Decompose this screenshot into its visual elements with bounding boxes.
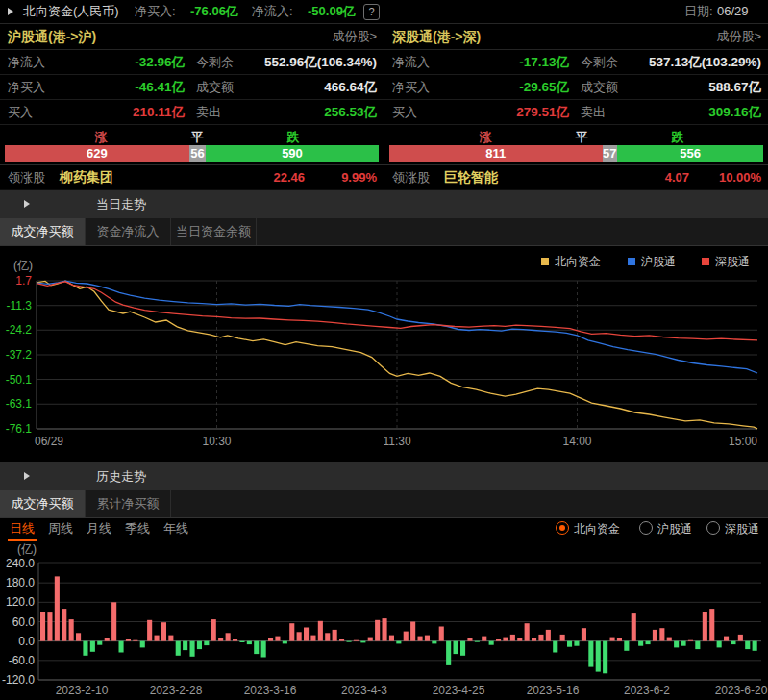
axis-label: 2023-4-3 xyxy=(341,684,387,697)
constituents-link[interactable]: 成份股> xyxy=(716,24,761,49)
leader-label: 领涨股 xyxy=(392,165,430,189)
history-bar xyxy=(738,635,743,641)
field-value: 279.51亿 xyxy=(442,100,569,124)
axis-label: 2023-3-16 xyxy=(244,684,297,697)
flat-count: 57 xyxy=(603,145,618,162)
history-bar xyxy=(47,612,52,641)
legend-label: 沪股通 xyxy=(641,255,676,268)
history-plot[interactable]: 240.0180.0120.060.00.0-60.0-120.0(亿)2023… xyxy=(0,541,768,700)
axis-label: 0.0 xyxy=(18,635,35,648)
axis-label: 2023-2-10 xyxy=(56,684,109,697)
intraday-tab-bar: 成交净买额 资金净流入 当日资金余额 xyxy=(0,218,768,246)
field-value: -32.96亿 xyxy=(58,50,185,74)
history-bar xyxy=(425,636,430,641)
history-chart[interactable]: 240.0180.0120.060.00.0-60.0-120.0(亿)2023… xyxy=(0,541,768,700)
history-bar xyxy=(161,622,166,641)
tab-quota-balance[interactable]: 当日资金余额 xyxy=(171,218,257,245)
history-bar xyxy=(638,641,643,646)
history-bar xyxy=(588,641,593,667)
field-label: 今剩余 xyxy=(581,50,618,74)
history-bar xyxy=(105,638,110,641)
help-icon[interactable]: ? xyxy=(363,4,380,20)
tab-history-net-buy[interactable]: 成交净买额 xyxy=(0,490,86,517)
section-header-history[interactable]: 历史走势 xyxy=(0,462,768,490)
history-bar xyxy=(610,638,615,641)
constituents-link[interactable]: 成份股> xyxy=(332,24,377,49)
history-bar xyxy=(233,639,237,641)
radio-hugutong[interactable]: 沪股通 xyxy=(639,519,692,538)
tab-net-buy-amount[interactable]: 成交净买额 xyxy=(0,218,86,245)
history-tab-bar: 成交净买额 累计净买额 xyxy=(0,490,768,518)
hugutong-swatch-icon xyxy=(628,258,635,265)
tab-history-cumulative[interactable]: 累计净买额 xyxy=(86,490,171,517)
history-bar xyxy=(261,641,266,658)
history-bar xyxy=(467,638,472,641)
radio-northbound[interactable]: 北向资金 xyxy=(556,519,620,538)
history-bar xyxy=(76,633,81,640)
history-bar xyxy=(525,623,530,641)
leader-label: 领涨股 xyxy=(8,165,45,189)
axis-label: 1.7 xyxy=(15,274,32,288)
history-bar xyxy=(632,613,636,641)
history-bar xyxy=(418,637,423,641)
axis-label: 120.0 xyxy=(6,595,35,609)
connect-panels: 沪股通(港->沪) 成份股> 净流入 -32.96亿 今剩余 552.96亿(1… xyxy=(0,24,768,189)
leader-name[interactable]: 柳药集团 xyxy=(60,165,113,189)
history-bar xyxy=(753,641,757,651)
history-bar xyxy=(717,641,722,648)
history-bar xyxy=(83,641,87,656)
period-monthly[interactable]: 月线 xyxy=(85,518,113,539)
leader-row[interactable]: 领涨股 柳药集团 22.46 9.99% xyxy=(0,164,384,189)
history-bar xyxy=(439,627,444,641)
axis-label: -24.2 xyxy=(6,323,33,337)
history-bar xyxy=(254,641,259,654)
collapse-caret-icon[interactable] xyxy=(8,8,13,15)
history-bar xyxy=(389,636,394,641)
field-label: 买入 xyxy=(392,100,417,124)
legend-item-shengutong: 深股通 xyxy=(702,254,750,269)
period-yearly[interactable]: 年线 xyxy=(161,518,190,539)
intraday-legend: 北向资金 沪股通 深股通 xyxy=(0,254,768,269)
history-bar xyxy=(532,638,536,641)
updown-bar: 811 57 556 xyxy=(389,145,763,162)
field-label: 卖出 xyxy=(196,100,221,124)
legend-label: 深股通 xyxy=(715,255,750,268)
axis-label: -76.1 xyxy=(6,422,33,436)
axis-label: -37.2 xyxy=(6,348,33,362)
history-bar xyxy=(119,641,124,653)
page-title: 北向资金(人民币) xyxy=(23,0,119,23)
leader-change-pct: 9.99% xyxy=(341,165,377,189)
leader-name[interactable]: 巨轮智能 xyxy=(444,165,498,189)
tab-net-inflow[interactable]: 资金净流入 xyxy=(86,218,171,245)
history-bar xyxy=(69,619,74,641)
history-bar xyxy=(283,641,287,644)
field-value: 537.13亿(103.29%) xyxy=(649,50,761,74)
history-bar xyxy=(410,622,415,641)
history-bar xyxy=(247,641,252,644)
field-label: 成交额 xyxy=(581,75,618,99)
period-daily[interactable]: 日线 xyxy=(8,518,37,541)
history-bar xyxy=(90,641,95,652)
history-bar xyxy=(55,576,60,640)
history-bar xyxy=(190,641,195,657)
period-quarterly[interactable]: 季线 xyxy=(123,518,152,539)
history-bar xyxy=(624,641,629,651)
history-bar xyxy=(197,641,202,649)
section-caret-icon xyxy=(24,200,30,208)
intraday-chart[interactable]: 1.7-11.3-24.2-37.2-50.1-63.1-76.106/2910… xyxy=(0,246,768,462)
panel-row: 净买入 -29.65亿 成交额 588.67亿 xyxy=(384,75,768,100)
history-bar xyxy=(404,632,409,641)
field-value: 466.64亿 xyxy=(324,75,377,99)
history-bar xyxy=(218,638,223,641)
section-header-intraday[interactable]: 当日走势 xyxy=(0,189,768,218)
radio-shengutong[interactable]: 深股通 xyxy=(706,519,759,538)
axis-label: 11:30 xyxy=(383,435,410,448)
intraday-plot[interactable]: 1.7-11.3-24.2-37.2-50.1-63.1-76.106/2910… xyxy=(0,246,768,462)
field-value: -17.13亿 xyxy=(442,50,569,74)
axis-label: 15:00 xyxy=(729,435,757,448)
leader-row[interactable]: 领涨股 巨轮智能 4.07 10.00% xyxy=(384,164,768,189)
down-count: 556 xyxy=(617,145,763,162)
period-weekly[interactable]: 周线 xyxy=(46,518,75,539)
panel-header: 深股通(港->深) 成份股> xyxy=(384,24,768,50)
northbound-funds-app: 北向资金(人民币) 净买入: -76.06亿 净流入: -50.09亿 ? 日期… xyxy=(0,0,768,700)
